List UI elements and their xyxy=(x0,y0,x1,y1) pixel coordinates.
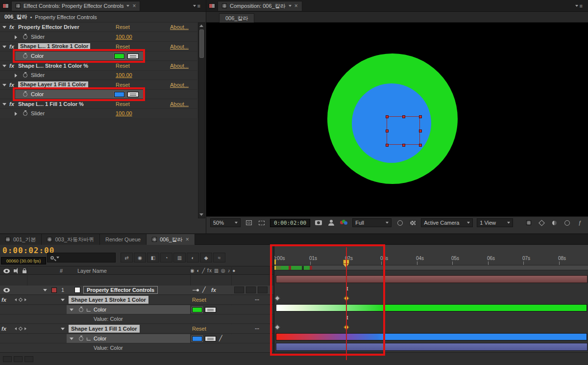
about-link[interactable]: About... xyxy=(170,44,189,50)
selection-handle[interactable] xyxy=(402,115,405,118)
selection-handle[interactable] xyxy=(386,115,389,118)
stroke-color-group-row[interactable]: fx Shape Layer 1 Stroke 1 Color Reset ..… xyxy=(0,295,273,305)
timeline-tab-3[interactable]: Render Queue xyxy=(100,234,147,245)
exposure-icon[interactable] xyxy=(575,219,584,227)
motion-blur-icon[interactable]: ◐ xyxy=(187,253,199,262)
timeline-tab-1[interactable]: 001_기본 xyxy=(0,234,42,245)
composition-view-tab[interactable]: 006_칼라 xyxy=(219,13,254,23)
quality-icon[interactable]: ╱ xyxy=(202,287,206,293)
number-column-header[interactable]: # xyxy=(60,268,63,274)
property-label[interactable]: Slider xyxy=(31,110,45,116)
switch-cell[interactable] xyxy=(246,287,256,293)
about-link[interactable]: About... xyxy=(170,101,189,107)
panel-menu-button[interactable]: ≡ xyxy=(190,3,203,9)
property-label[interactable]: Color xyxy=(94,336,106,341)
stopwatch-icon[interactable] xyxy=(79,308,83,312)
expand-layer-switches-icon[interactable] xyxy=(3,356,12,362)
switch-cell[interactable] xyxy=(258,287,268,293)
scrollbar-thumb[interactable] xyxy=(199,29,204,58)
resolution-dropdown[interactable]: Full xyxy=(352,218,392,227)
fx-switch-icon[interactable]: fx xyxy=(211,287,216,293)
property-label[interactable]: Color xyxy=(94,307,106,313)
previous-keyframe-icon[interactable] xyxy=(15,327,17,330)
scroll-up-icon[interactable] xyxy=(199,25,203,27)
search-options-icon[interactable] xyxy=(56,257,59,259)
reset-button[interactable]: Reset xyxy=(116,101,130,107)
twirl-right-icon[interactable] xyxy=(15,74,17,78)
layer-name-column-header[interactable]: Layer Name xyxy=(77,268,107,274)
twirl-down-icon[interactable] xyxy=(2,103,6,105)
reset-exposure-icon[interactable] xyxy=(563,219,571,227)
reset-button[interactable]: Reset xyxy=(116,24,130,30)
slider-value[interactable]: 100.00 xyxy=(116,34,132,40)
reset-button[interactable]: Reset xyxy=(116,63,130,69)
fast-previews-icon[interactable] xyxy=(550,219,559,227)
about-link[interactable]: About... xyxy=(170,24,189,30)
effect-name[interactable]: Shape L... 1 Stroke 1 Color xyxy=(18,43,90,49)
color-swatch[interactable] xyxy=(192,307,202,313)
expand-transfer-controls-icon[interactable] xyxy=(14,356,23,362)
twirl-down-icon[interactable] xyxy=(2,84,6,86)
toggle-mask-icon[interactable] xyxy=(395,219,404,227)
current-time-display[interactable]: 0:00:02:00 xyxy=(270,219,310,227)
selection-handle[interactable] xyxy=(386,144,389,147)
magnification-dropdown[interactable]: 50% xyxy=(210,218,241,227)
expand-in-out-icon[interactable] xyxy=(24,356,33,362)
twirl-right-icon[interactable] xyxy=(15,35,17,39)
property-label[interactable]: Slider xyxy=(31,72,45,78)
grid-options-icon[interactable] xyxy=(524,219,533,227)
timeline-tab-4[interactable]: 006_칼라 × xyxy=(147,234,195,245)
effect-name[interactable]: Shape L... Stroke 1 Color % xyxy=(18,63,88,69)
stroke-color-property-row[interactable]: Color xyxy=(0,305,273,314)
composition-tab[interactable]: Composition: 006_칼라 × xyxy=(218,1,302,11)
twirl-right-icon[interactable] xyxy=(15,112,17,116)
scroll-down-icon[interactable] xyxy=(199,213,203,216)
twirl-down-icon[interactable] xyxy=(61,328,65,330)
frame-info-display[interactable]: 00060 (30.00 fps) xyxy=(1,257,46,264)
previous-keyframe-icon[interactable] xyxy=(15,298,17,301)
add-keyframe-icon[interactable] xyxy=(19,327,23,331)
live-update-icon[interactable]: ◉ xyxy=(134,253,146,262)
about-link[interactable]: About... xyxy=(170,63,189,69)
draft-3d-icon[interactable]: ◧ xyxy=(147,253,159,262)
twirl-down-icon[interactable] xyxy=(61,299,65,301)
effect-group-name[interactable]: Shape Layer 1 Stroke 1 Color xyxy=(69,296,148,304)
snapshot-icon[interactable] xyxy=(314,219,323,227)
selection-bounding-box[interactable] xyxy=(387,116,420,145)
effect-enabled-icon[interactable]: fx xyxy=(1,297,6,303)
color-swatch[interactable] xyxy=(192,336,202,341)
selection-handle[interactable] xyxy=(402,144,405,147)
color-options-icon[interactable] xyxy=(205,307,216,313)
frame-blend-icon[interactable]: ▥ xyxy=(173,253,186,262)
panel-menu-button[interactable]: ≡ xyxy=(572,3,586,9)
layer-name[interactable]: Property Effector Controls xyxy=(83,286,158,294)
region-of-interest-icon[interactable] xyxy=(257,219,266,227)
tab-dropdown-icon[interactable] xyxy=(126,5,129,7)
reset-button[interactable]: Reset xyxy=(192,297,206,303)
close-icon[interactable]: × xyxy=(294,3,298,9)
camera-dropdown[interactable]: Active Camera xyxy=(421,218,473,227)
video-visibility-icon[interactable] xyxy=(3,288,10,292)
grid-guides-icon[interactable] xyxy=(245,219,253,227)
twirl-down-icon[interactable] xyxy=(43,289,47,291)
hide-shy-icon[interactable]: ◔ xyxy=(160,253,172,262)
show-snapshot-icon[interactable] xyxy=(327,219,336,227)
property-label[interactable]: Slider xyxy=(31,34,45,40)
vertical-scrollbar[interactable] xyxy=(198,23,205,218)
next-keyframe-icon[interactable] xyxy=(24,327,26,330)
twirl-down-icon[interactable] xyxy=(2,65,6,67)
effect-group-name[interactable]: Shape Layer 1 Fill 1 Color xyxy=(69,325,140,333)
stopwatch-icon[interactable] xyxy=(79,337,83,341)
add-keyframe-icon[interactable] xyxy=(19,298,23,302)
options-ellipsis[interactable]: ... xyxy=(255,324,259,330)
effect-name[interactable]: Shape L... 1 Fill 1 Color % xyxy=(18,101,84,107)
switch-cell[interactable] xyxy=(234,287,244,293)
color-options-icon[interactable] xyxy=(205,336,216,341)
options-ellipsis[interactable]: ... xyxy=(255,295,259,301)
transparency-grid-icon[interactable] xyxy=(408,219,417,227)
fill-color-group-row[interactable]: fx Shape Layer 1 Fill 1 Color Reset ... xyxy=(0,324,273,334)
stopwatch-icon[interactable] xyxy=(23,111,27,116)
timeline-tab-2[interactable]: 003_자동차바퀴 xyxy=(42,234,99,245)
effect-controls-tab[interactable]: Effect Controls: Property Effector Contr… xyxy=(11,1,140,11)
twirl-down-icon[interactable] xyxy=(2,46,6,48)
